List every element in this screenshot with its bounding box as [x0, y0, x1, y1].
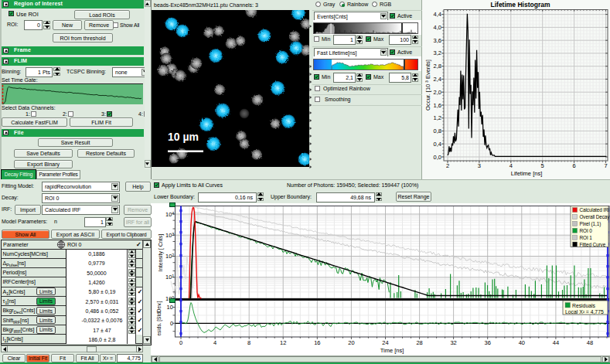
svg-text:104: 104: [165, 211, 174, 218]
svg-text:3: 3: [478, 162, 481, 169]
svg-text:2: 2: [446, 162, 449, 169]
svg-text:Occur. [10 ³ Events]: Occur. [10 ³ Events]: [424, 60, 431, 111]
svg-text:4,0: 4,0: [434, 24, 441, 31]
svg-text:ROI 0: ROI 0: [580, 228, 593, 233]
svg-text:10 µm: 10 µm: [168, 131, 199, 143]
svg-text:20: 20: [348, 339, 354, 346]
svg-text:2,8: 2,8: [434, 63, 441, 70]
svg-text:40: 40: [519, 339, 525, 346]
svg-text:0: 0: [179, 339, 182, 346]
svg-text:Local X² = 4,775: Local X² = 4,775: [565, 309, 604, 315]
svg-text:Calculated IRI: Calculated IRI: [580, 207, 610, 213]
svg-text:1,2: 1,2: [434, 114, 441, 121]
svg-text:12: 12: [280, 339, 286, 346]
svg-text:102: 102: [165, 253, 174, 260]
svg-text:ROI 1: ROI 1: [580, 235, 593, 240]
svg-text:Fitted Curve: Fitted Curve: [580, 242, 606, 247]
svg-text:Lifetime Histogram: Lifetime Histogram: [491, 1, 550, 9]
svg-text:esids. [StdDev.]: esids. [StdDev.]: [156, 301, 162, 335]
svg-text:10: 10: [167, 304, 173, 311]
svg-text:0,0: 0,0: [434, 154, 441, 161]
svg-text:Lifetime [ns]: Lifetime [ns]: [511, 170, 542, 177]
svg-text:0: 0: [170, 320, 173, 327]
svg-text:24: 24: [382, 339, 388, 346]
svg-text:36: 36: [485, 339, 491, 346]
svg-text:103: 103: [165, 232, 174, 239]
svg-text:1,6: 1,6: [434, 102, 441, 109]
svg-text:Time [ns]: Time [ns]: [380, 347, 404, 354]
svg-text:44: 44: [553, 339, 559, 346]
svg-text:2,0: 2,0: [434, 89, 441, 96]
svg-text:4: 4: [213, 339, 216, 346]
svg-text:3,2: 3,2: [434, 49, 441, 56]
svg-text:7: 7: [604, 162, 607, 169]
svg-text:0,4: 0,4: [434, 141, 441, 148]
svg-text:Pixel (1,1): Pixel (1,1): [580, 221, 601, 227]
svg-text:48: 48: [587, 339, 593, 346]
svg-text:28: 28: [416, 339, 422, 346]
svg-text:2,4: 2,4: [434, 76, 441, 83]
svg-text:4,4: 4,4: [434, 11, 441, 18]
svg-text:4: 4: [509, 162, 513, 169]
svg-text:101: 101: [165, 274, 174, 281]
svg-text:3,6: 3,6: [434, 37, 441, 44]
svg-text:0,8: 0,8: [434, 128, 441, 134]
svg-text:Residuals: Residuals: [572, 303, 595, 308]
svg-text:Intensity [ Cnts]: Intensity [ Cnts]: [158, 234, 164, 271]
svg-text:6: 6: [573, 162, 576, 169]
svg-text:32: 32: [450, 339, 456, 346]
svg-text:Overall Decay: Overall Decay: [580, 214, 610, 220]
svg-text:16: 16: [314, 339, 320, 346]
svg-text:5: 5: [541, 162, 544, 169]
svg-text:8: 8: [247, 339, 250, 346]
